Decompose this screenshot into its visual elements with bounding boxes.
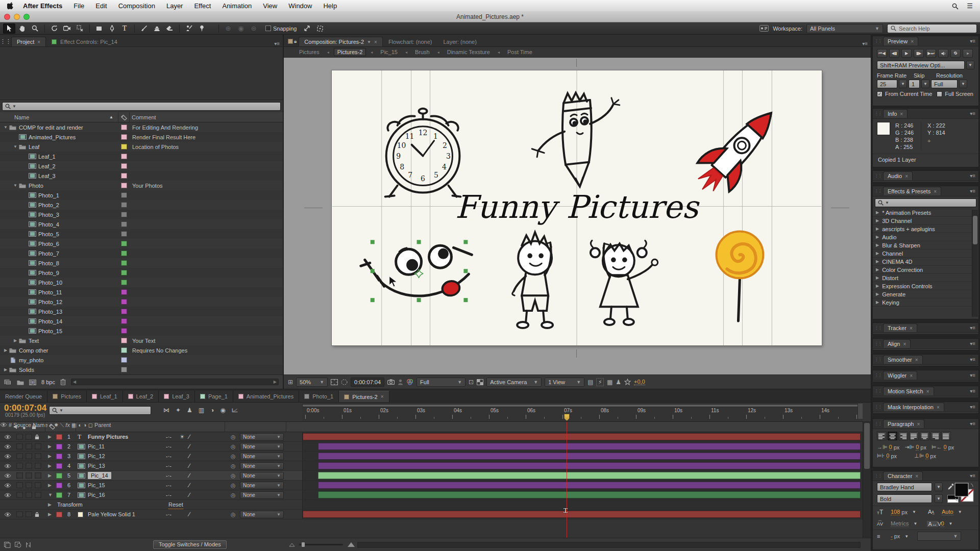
project-row[interactable]: Photo_15 — [0, 326, 283, 336]
timeline-vertical-scrollbar[interactable] — [863, 422, 871, 538]
audio-switch[interactable] — [16, 481, 23, 490]
eye-icon[interactable] — [4, 510, 11, 519]
audio-switch[interactable] — [16, 442, 23, 451]
twirl-icon[interactable]: ▶ — [48, 432, 52, 441]
twirl-icon[interactable]: ▶ — [876, 251, 879, 256]
solo-switch[interactable] — [26, 481, 32, 490]
fast-previews-icon[interactable]: ⚡︎ — [596, 378, 603, 386]
twirl-icon[interactable]: ▶ — [876, 284, 879, 288]
tab-audio[interactable]: Audio× — [883, 171, 913, 180]
collapse-switch[interactable]: -·- — [166, 471, 172, 480]
effects-search-input[interactable]: ▼ — [875, 198, 976, 207]
layer-row-funny-pictures[interactable]: ▶ 1 T Funny Pictures -·- ☀ ∕ ◎ None▼ — [0, 432, 871, 442]
align-justify-full-button[interactable] — [941, 432, 951, 440]
tab-preview[interactable]: Preview× — [883, 37, 918, 45]
panel-menu-icon[interactable]: ▾≡ — [970, 388, 978, 394]
apple-menu-icon[interactable] — [7, 2, 14, 10]
layer-duration-bar[interactable] — [318, 453, 861, 460]
ram-options-arrow[interactable]: ▼ — [966, 61, 974, 69]
effects-panel-menu-icon[interactable]: ▾≡ — [970, 188, 978, 194]
project-row[interactable]: Photo_6 — [0, 239, 283, 248]
interpret-footage-icon[interactable] — [4, 379, 12, 385]
column-parent[interactable]: Parent — [94, 422, 111, 428]
project-row[interactable]: Photo_14 — [0, 316, 283, 326]
resolution-field[interactable]: Full — [931, 80, 958, 88]
label-color-swatch[interactable] — [121, 318, 127, 324]
project-horizontal-scrollbar[interactable]: ◀▶ — [71, 379, 279, 385]
menu-help[interactable]: Help — [323, 2, 337, 10]
reset-link[interactable]: Reset — [168, 500, 183, 509]
puppet-pin-tool[interactable] — [195, 23, 208, 34]
twirl-icon[interactable]: ▼ — [13, 144, 18, 149]
twirl-icon[interactable]: ▶ — [876, 267, 879, 272]
resolution-dropdown[interactable]: Full▼ — [416, 378, 465, 387]
twirl-icon[interactable]: ▶ — [48, 500, 52, 509]
leading-arrow[interactable]: ▼ — [956, 508, 964, 516]
full-screen-checkbox[interactable] — [937, 91, 942, 97]
tab-paragraph[interactable]: Paragraph× — [883, 419, 924, 428]
quality-switch[interactable]: ∕ — [189, 510, 190, 519]
label-color-swatch[interactable] — [121, 154, 127, 159]
eye-icon[interactable] — [4, 490, 11, 499]
project-row[interactable]: Photo_9 — [0, 268, 283, 278]
pick-whip-icon[interactable]: ◎ — [231, 490, 236, 499]
layer-label-swatch[interactable] — [56, 452, 62, 461]
space-after-field[interactable]: ⊥⊫0px — [914, 453, 936, 459]
tab-composition[interactable]: Composition: Pictures-2▼× — [299, 37, 383, 46]
layer-label-swatch[interactable] — [56, 432, 62, 441]
label-color-swatch[interactable] — [121, 144, 127, 149]
project-row[interactable]: Photo_1 — [0, 190, 283, 200]
collapse-switch[interactable]: -·- — [166, 432, 172, 441]
skip-field[interactable]: 1 — [909, 80, 920, 88]
parent-dropdown[interactable]: None▼ — [240, 491, 284, 499]
quality-switch[interactable]: ∕ — [189, 432, 190, 441]
label-color-swatch[interactable] — [121, 367, 127, 372]
layer-name[interactable]: Pic_13 — [88, 463, 105, 469]
pick-whip-icon[interactable]: ◎ — [231, 432, 236, 441]
project-search-input[interactable]: ▼ — [2, 102, 281, 111]
tracking-field[interactable]: 0 — [941, 520, 944, 527]
color-depth-button[interactable]: 8 bpc — [41, 379, 55, 385]
layer-duration-bar[interactable] — [318, 472, 861, 479]
crumb-brush[interactable]: Brush — [412, 48, 433, 56]
solo-switch[interactable] — [26, 510, 32, 519]
project-row[interactable]: Photo_5 — [0, 229, 283, 239]
label-color-swatch[interactable] — [121, 299, 127, 305]
layer-name[interactable]: Pic_12 — [88, 453, 105, 459]
effects-category[interactable]: ▶CINEMA 4D — [873, 258, 972, 266]
font-size-field[interactable]: 108px — [891, 509, 908, 515]
solo-switch[interactable] — [26, 442, 32, 451]
effects-category[interactable]: ▶Expression Controls — [873, 282, 972, 290]
from-current-time-checkbox[interactable]: ✓ — [877, 91, 883, 97]
solo-switch[interactable] — [26, 452, 32, 461]
preview-panel-menu-icon[interactable]: ▾≡ — [970, 38, 978, 44]
parent-dropdown[interactable]: None▼ — [240, 482, 284, 489]
tab-info[interactable]: Info× — [883, 109, 908, 118]
twirl-icon[interactable]: ▼ — [48, 490, 53, 499]
layer-duration-bar[interactable] — [303, 433, 861, 440]
snapping-checkbox[interactable] — [265, 26, 271, 31]
playhead-marker[interactable] — [564, 414, 570, 421]
stroke-style-dropdown[interactable]: ▼ — [917, 532, 961, 541]
collapse-switch[interactable]: -·- — [166, 452, 172, 461]
project-row[interactable]: my_photo — [0, 355, 283, 365]
tab-motion-sketch[interactable]: Motion Sketch× — [883, 387, 934, 395]
label-color-swatch[interactable] — [121, 221, 127, 227]
label-color-swatch[interactable] — [121, 251, 127, 256]
project-row[interactable]: Photo_2 — [0, 200, 283, 210]
tab-project[interactable]: Project× — [11, 37, 46, 46]
column-comment[interactable]: Comment — [132, 114, 156, 120]
twirl-icon[interactable]: ▶ — [48, 471, 52, 480]
project-row[interactable]: Photo_11 — [0, 287, 283, 297]
tab-tracker[interactable]: Tracker× — [883, 323, 917, 332]
menu-window[interactable]: Window — [288, 2, 312, 10]
brainstorm-icon[interactable]: ◉ — [220, 407, 225, 414]
effects-category[interactable]: ▶aescripts + aeplugins — [873, 225, 972, 233]
lock-switch[interactable] — [35, 452, 41, 461]
project-row[interactable]: Photo_13 — [0, 307, 283, 316]
parent-dropdown[interactable]: None▼ — [240, 433, 284, 441]
kerning-arrow[interactable]: ▼ — [911, 519, 919, 528]
workspace-icon[interactable] — [760, 25, 769, 32]
twirl-icon[interactable]: ▶ — [876, 227, 879, 231]
loop-button[interactable]: 🔁︎ — [950, 49, 961, 58]
